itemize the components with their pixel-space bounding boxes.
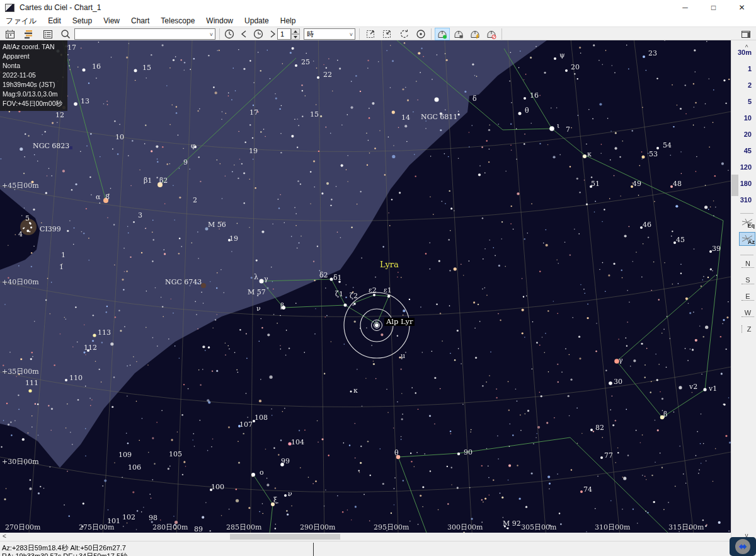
look-north-button[interactable]: N [742, 260, 754, 268]
menu-file[interactable]: ファイル [0, 16, 42, 26]
menu-edit[interactable]: Edit [42, 16, 67, 25]
dome-stop-icon[interactable] [484, 28, 499, 40]
fov-5[interactable]: 5 [748, 98, 752, 105]
status-radec: RA: 19h33m30.57s DE:+34日50m17.5秒 [2, 552, 127, 556]
fov-10[interactable]: 10 [744, 114, 752, 122]
fov-sidebar: ^ 30m 1 2 5 10 20 45 120 180 310 Eq Az N… [731, 40, 756, 541]
refresh-icon[interactable] [397, 28, 412, 40]
look-east-button[interactable]: E [742, 292, 754, 301]
horizontal-scrollbar-thumb[interactable] [230, 534, 340, 540]
fov-45[interactable]: 45 [744, 147, 752, 154]
fov-310[interactable]: 310 [740, 196, 752, 204]
info-projection: Nonta [3, 61, 67, 71]
info-apparent: Apparent [3, 52, 67, 61]
info-time: 19h39m40s (JST) [3, 80, 67, 90]
chevron-down-icon[interactable]: ˅ [350, 32, 353, 38]
horizontal-scrollbar[interactable]: < [0, 533, 731, 541]
info-magnitude: Mag:9.0/13.0,3.0m [3, 90, 67, 99]
search-icon[interactable] [58, 28, 73, 40]
sidebar-scrollbar-thumb[interactable] [731, 175, 738, 196]
detail-list-icon[interactable] [40, 28, 55, 40]
double-arrow-icon: ⬌ [735, 539, 750, 554]
scroll-left-icon[interactable]: < [3, 533, 6, 540]
menu-setup[interactable]: Setup [67, 16, 98, 25]
status-bar: Az:+283日59m18.4秒 Alt:+50日26m27.7 RA: 19h… [0, 541, 756, 556]
look-zenith-button[interactable]: Z [742, 325, 754, 333]
dome-connected-icon[interactable] [435, 28, 450, 40]
toolbar: ˅ 1 時 ˅ [0, 26, 756, 40]
time-unit-value: 時 [307, 30, 314, 39]
window-title: Cartes du Ciel - Chart_1 [20, 3, 101, 12]
title-bar: Cartes du Ciel - Chart_1 ─ □ ✕ [0, 0, 756, 15]
menu-view[interactable]: View [98, 16, 125, 25]
menu-telescope[interactable]: Telescope [155, 16, 200, 25]
zoom-in-frame-icon[interactable] [379, 28, 394, 40]
calendar-icon[interactable] [3, 28, 18, 40]
menu-update[interactable]: Update [239, 16, 275, 25]
time-now-icon[interactable] [222, 28, 237, 40]
menu-chart[interactable]: Chart [125, 16, 155, 25]
fov-30m[interactable]: 30m [738, 49, 752, 56]
time-step-value: 1 [280, 30, 284, 38]
menu-bar: ファイル Edit Setup View Chart Telescope Win… [0, 15, 756, 26]
chart-info-box: Alt/Az coord. TAN Apparent Nonta 2022-11… [0, 40, 67, 111]
panel-icon[interactable] [738, 28, 753, 40]
info-coord-system: Alt/Az coord. TAN [3, 42, 67, 52]
dome-lock-icon[interactable] [451, 28, 466, 40]
status-divider [313, 543, 314, 556]
time-step-input[interactable]: 1 [277, 28, 291, 40]
search-combobox[interactable]: ˅ [74, 28, 215, 40]
fov-180[interactable]: 180 [740, 180, 752, 187]
menu-help[interactable]: Help [275, 16, 302, 25]
object-list-icon[interactable] [21, 28, 37, 40]
window-controls: ─ □ ✕ [671, 0, 756, 15]
time-clock-icon[interactable] [251, 28, 266, 40]
time-unit-combobox[interactable]: 時 ˅ [304, 28, 355, 40]
altaz-grid-button[interactable]: Az [739, 232, 755, 246]
minimize-button[interactable]: ─ [671, 0, 699, 15]
fov-2[interactable]: 2 [748, 81, 752, 89]
star-chart-canvas[interactable] [0, 40, 731, 533]
equatorial-grid-button[interactable]: Eq [739, 216, 755, 229]
fov-120[interactable]: 120 [740, 163, 752, 171]
close-button[interactable]: ✕ [728, 0, 756, 15]
menu-window[interactable]: Window [200, 16, 239, 25]
remote-control-badge[interactable]: ⬌ [730, 537, 756, 556]
eq-label: Eq [747, 223, 755, 229]
info-date: 2022-11-05 [3, 71, 67, 80]
fov-20[interactable]: 20 [744, 130, 752, 138]
fov-1[interactable]: 1 [748, 65, 752, 72]
maximize-button[interactable]: □ [699, 0, 728, 15]
zoom-out-frame-icon[interactable] [363, 28, 378, 40]
info-fov: FOV:+45日00m00秒 [3, 99, 67, 108]
az-label: Az [748, 239, 755, 245]
dome-slew-icon[interactable] [467, 28, 483, 40]
app-icon [5, 4, 14, 12]
look-south-button[interactable]: S [742, 276, 754, 284]
time-step-stepper[interactable] [291, 28, 300, 40]
time-back-icon[interactable] [237, 28, 252, 40]
chevron-down-icon[interactable]: ˅ [210, 32, 213, 38]
center-target-icon[interactable] [413, 28, 428, 40]
look-west-button[interactable]: W [742, 309, 754, 317]
app-window: Cartes du Ciel - Chart_1 ─ □ ✕ ファイル Edit… [0, 0, 756, 556]
